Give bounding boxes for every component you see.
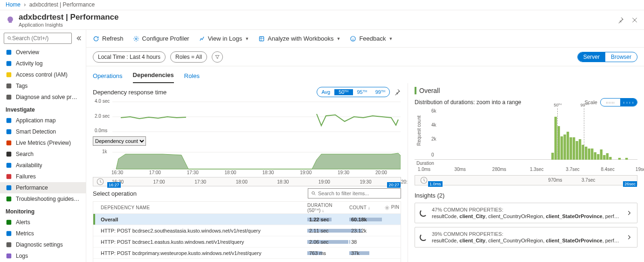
sidebar-item-label: Live Metrics (Preview)	[16, 140, 71, 146]
sidebar-item-tags[interactable]: Tags	[0, 80, 86, 92]
analyze-workbooks-button[interactable]: Analyze with Workbooks ▼	[258, 35, 340, 42]
sidebar-item-smart-detection[interactable]: Smart Detection	[0, 126, 86, 137]
roles-pill[interactable]: Roles = All	[170, 51, 207, 63]
sidebar-item-label: Availability	[16, 162, 42, 169]
insight-card[interactable]: 39% COMMON PROPERTIES:resultCode, client…	[415, 227, 637, 248]
brush2-handle-right[interactable]: 26sec	[623, 181, 637, 187]
clock-icon	[96, 177, 104, 186]
col-pin[interactable]: PIN	[382, 205, 401, 210]
table-row[interactable]: HTTP: POST login.microsoftonline.com/72f…	[93, 259, 401, 262]
table-row[interactable]: HTTP: POST bcdrsec2.southeastasia.kusto.…	[93, 225, 401, 236]
histogram-brush[interactable]: 970ms 3.7sec 1.0ms 26sec	[415, 175, 637, 185]
percentile-50[interactable]: 50ᵀᴴ	[334, 89, 353, 95]
brush-handle-left[interactable]: 16:27	[107, 182, 121, 188]
workbooks-icon	[258, 35, 265, 42]
sidebar-item-overview[interactable]: Overview	[0, 47, 86, 58]
toggle-server[interactable]: Server	[578, 52, 605, 62]
percentile-95[interactable]: 95ᵀᴴ	[353, 89, 371, 95]
search-icon	[7, 35, 12, 41]
table-filter-input[interactable]	[318, 191, 398, 196]
dependency-count-dropdown[interactable]: Dependency count	[93, 136, 146, 146]
sidebar-item-activity-log[interactable]: Activity log	[0, 58, 86, 69]
pin-icon[interactable]	[617, 16, 624, 24]
percentile-avg[interactable]: Avg	[317, 89, 334, 95]
brush2-tick: 970ms	[548, 177, 562, 183]
pin-chart-icon[interactable]	[394, 88, 401, 96]
time-range-pill[interactable]: Local Time : Last 4 hours	[93, 51, 166, 63]
sidebar-item-availability[interactable]: Availability	[0, 160, 86, 171]
close-icon[interactable]	[631, 16, 638, 24]
chevron-right-icon	[626, 210, 632, 216]
breadcrumb: Home › adxbcdrtest | Performance	[0, 0, 644, 10]
view-in-logs-button[interactable]: View in Logs ▼	[199, 35, 249, 42]
svg-rect-12	[7, 174, 12, 179]
tab-operations[interactable]: Operations	[93, 69, 123, 83]
response-time-chart[interactable]: 4.0 sec 2.0 sec 0.0ms	[93, 97, 401, 134]
activity-icon	[6, 60, 12, 67]
server-browser-toggle[interactable]: Server Browser	[577, 52, 637, 62]
percentile-toggle[interactable]: Avg 50ᵀᴴ 95ᵀᴴ 99ᵀᴴ	[317, 87, 390, 97]
brush-handle-right[interactable]: 20:27	[387, 182, 401, 188]
brush-tick: 18:30	[277, 179, 289, 184]
svg-rect-8	[7, 129, 12, 135]
filter-pill[interactable]	[212, 51, 223, 63]
svg-rect-34	[554, 117, 557, 160]
sidebar-search[interactable]	[4, 33, 72, 44]
sidebar-item-access-control-iam-[interactable]: Access control (IAM)	[0, 69, 86, 80]
insights-header: Insights (2)	[415, 192, 637, 199]
hist-ytick: 6k	[431, 108, 436, 113]
right-pane: Overall Distribution of durations: zoom …	[408, 83, 644, 262]
xtick: 17:30	[187, 170, 199, 175]
scale-toggle[interactable]: Scale ııııııı ı ı ı	[584, 98, 637, 106]
histogram[interactable]: Request count 6k 4k 2k 0	[415, 108, 637, 160]
percentile-99[interactable]: 99ᵀᴴ	[371, 89, 389, 95]
sidebar-item-metrics[interactable]: Metrics	[0, 228, 86, 239]
xtick: 17:00	[149, 170, 161, 175]
marker-p50: 50ᵀᴴ	[554, 103, 561, 107]
hist-x-axis: 1.0ms30ms280ms1.3sec3.7sec8.4sec19sec	[415, 167, 637, 173]
col-duration[interactable]: DURATION (50ᵀᴴ)↓	[307, 203, 349, 213]
xtick: 19:00	[300, 170, 312, 175]
scale-log[interactable]: ı ı ı ı	[620, 99, 637, 106]
sidebar-item-alerts[interactable]: Alerts	[0, 217, 86, 228]
table-row[interactable]: HTTP: POST bcdrsec1.eastus.kusto.windows…	[93, 236, 401, 248]
sidebar-item-application-map[interactable]: Application map	[0, 115, 86, 126]
toolbar: Refresh Configure Profiler View in Logs …	[86, 30, 644, 48]
sidebar-item-diagnostic-settings[interactable]: Diagnostic settings	[0, 239, 86, 250]
svg-rect-7	[7, 118, 12, 123]
sidebar-item-label: Troubleshooting guides (pre…	[16, 196, 80, 202]
brush2-handle-left[interactable]: 1.0ms	[428, 181, 443, 187]
gear-icon	[133, 35, 139, 42]
table-row[interactable]: Overall1.22 sec60.18k	[93, 214, 401, 225]
insight-card[interactable]: 47% COMMON PROPERTIES:resultCode, client…	[415, 203, 637, 223]
col-count[interactable]: COUNT↓	[349, 205, 382, 210]
sidebar-item-performance[interactable]: Performance	[0, 182, 86, 193]
sidebar-search-input[interactable]	[12, 35, 69, 42]
sidebar-item-search[interactable]: Search	[0, 149, 86, 160]
sidebar-collapse-icon[interactable]	[75, 35, 82, 42]
configure-profiler-button[interactable]: Configure Profiler	[133, 35, 189, 42]
time-brush[interactable]: 16:3017:0017:3018:0018:3019:0019:3020:00…	[93, 177, 401, 186]
tab-dependencies[interactable]: Dependencies	[133, 68, 174, 83]
sidebar-item-troubleshooting-guides-pre-[interactable]: Troubleshooting guides (pre…	[0, 193, 86, 205]
table-filter[interactable]	[308, 188, 401, 198]
refresh-button[interactable]: Refresh	[93, 35, 124, 42]
dependency-count-select[interactable]: Dependency count	[93, 136, 401, 146]
sidebar-item-failures[interactable]: Failures	[0, 171, 86, 182]
smile-icon	[350, 35, 356, 42]
breadcrumb-home[interactable]: Home	[6, 1, 21, 8]
insight-percent: 39% COMMON PROPERTIES:	[432, 231, 621, 237]
scale-linear[interactable]: ıııııı	[601, 99, 620, 106]
sidebar-item-label: Application map	[16, 117, 55, 124]
svg-rect-3	[7, 61, 12, 66]
sidebar-item-live-metrics-preview-[interactable]: Live Metrics (Preview)	[0, 137, 86, 149]
table-row[interactable]: HTTP: POST bcdrprimary.westeurope.kusto.…	[93, 248, 401, 259]
dependency-count-chart[interactable]: 1k	[93, 149, 401, 170]
cell-duration: 2.11 sec	[307, 228, 349, 234]
tab-roles[interactable]: Roles	[184, 69, 200, 83]
sidebar-item-diagnose-and-solve-problems[interactable]: Diagnose and solve problems	[0, 92, 86, 103]
toggle-browser[interactable]: Browser	[605, 52, 637, 62]
sidebar-item-logs[interactable]: Logs	[0, 250, 86, 262]
col-dependency-name[interactable]: DEPENDENCY NAME	[93, 205, 307, 210]
feedback-button[interactable]: Feedback ▼	[350, 35, 393, 42]
